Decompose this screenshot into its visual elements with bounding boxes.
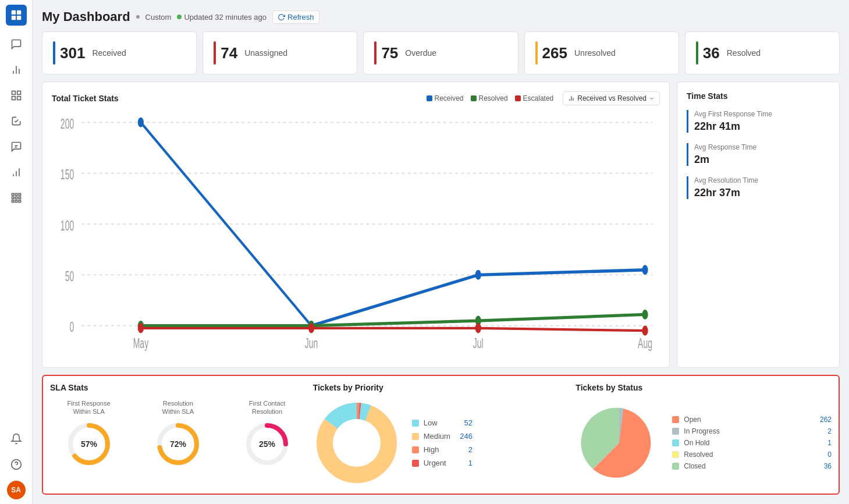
status-content: Open 262 In Progress 2 On Hold 1 (576, 399, 832, 487)
sidebar-item-reports[interactable] (5, 161, 28, 184)
last-updated: Updated 32 minutes ago (177, 13, 267, 22)
sidebar-item-notifications[interactable] (5, 427, 28, 450)
gauge-svg-1: 57% (66, 421, 112, 467)
refresh-button[interactable]: Refresh (272, 10, 319, 24)
svg-rect-0 (11, 10, 15, 15)
stat-received[interactable]: 301 Received (42, 31, 197, 74)
legend-escalated: Escalated (515, 94, 554, 102)
legend-color-received (427, 95, 432, 101)
legend-label-escalated: Escalated (523, 94, 554, 102)
status-resolved: Resolved 0 (672, 450, 832, 459)
main-content: My Dashboard Custom Updated 32 minutes a… (33, 0, 849, 504)
svg-text:25%: 25% (259, 439, 276, 449)
stat-label-overdue: Overdue (405, 48, 436, 58)
legend-color-resolved (471, 95, 477, 101)
sidebar-item-chat[interactable] (5, 33, 28, 56)
svg-point-54 (475, 323, 481, 333)
chart-title: Total Ticket Stats (52, 94, 119, 103)
status-card: Tickets by Status Open (576, 383, 832, 487)
priority-color-medium (412, 433, 419, 440)
sidebar: SA (0, 0, 33, 504)
online-indicator (177, 15, 182, 19)
svg-rect-20 (15, 197, 17, 198)
priority-medium: Medium 246 (412, 432, 473, 441)
sla-title: SLA Stats (50, 383, 306, 392)
chart-dropdown[interactable]: Received vs Resolved (563, 91, 660, 105)
stat-border (374, 41, 376, 65)
stat-border (214, 41, 216, 65)
svg-rect-17 (15, 194, 17, 196)
priority-count-high: 2 (455, 445, 473, 454)
time-stats-card: Time Stats Avg First Response Time 22hr … (677, 81, 840, 368)
sidebar-item-dashboard[interactable] (5, 84, 28, 107)
svg-rect-8 (17, 91, 20, 95)
status-count-inprogress: 2 (820, 427, 832, 435)
status-color-open (672, 416, 679, 423)
avg-first-response-label: Avg First Response Time (694, 110, 830, 118)
app-logo[interactable] (6, 5, 27, 26)
svg-rect-23 (15, 200, 17, 202)
priority-count-medium: 246 (455, 432, 473, 441)
stat-unresolved[interactable]: 265 Unresolved (524, 31, 679, 74)
sla-gauge-resolution: ResolutionWithin SLA 72% (155, 399, 201, 467)
svg-rect-18 (19, 194, 20, 196)
status-name-closed: Closed (684, 462, 815, 470)
status-count-closed: 36 (820, 462, 832, 470)
stat-overdue[interactable]: 75 Overdue (363, 31, 518, 74)
sidebar-item-grid[interactable] (5, 186, 28, 210)
priority-low: Low 52 (412, 418, 473, 427)
svg-point-52 (138, 323, 144, 333)
time-stats-title: Time Stats (687, 91, 830, 101)
sla-stats-card: SLA Stats First ResponseWithin SLA 57% R… (50, 383, 306, 487)
priority-count-low: 52 (455, 418, 473, 427)
stat-border (53, 41, 55, 65)
status-name-open: Open (684, 416, 815, 424)
svg-rect-2 (11, 16, 15, 20)
sidebar-item-messages[interactable] (5, 135, 28, 158)
svg-text:100: 100 (61, 218, 74, 233)
svg-rect-3 (16, 16, 20, 20)
svg-rect-10 (17, 97, 20, 100)
priority-count-urgent: 1 (455, 459, 473, 467)
svg-text:50: 50 (65, 269, 74, 283)
status-color-resolved (672, 451, 679, 458)
svg-text:0: 0 (69, 320, 74, 335)
stat-number-unassigned: 74 (221, 44, 237, 62)
status-color-onhold (672, 439, 679, 446)
stat-unassigned[interactable]: 74 Unassigned (203, 31, 357, 74)
stat-number-overdue: 75 (381, 44, 398, 62)
svg-rect-24 (19, 200, 20, 202)
priority-card: Tickets by Priority Lo (313, 383, 569, 487)
svg-point-47 (642, 265, 648, 275)
stat-label-unresolved: Unresolved (574, 48, 616, 58)
stats-row: 301 Received 74 Unassigned 75 Overdue 26… (42, 31, 840, 74)
priority-urgent: Urgent 1 (412, 459, 473, 467)
stat-resolved[interactable]: 36 Resolved (685, 31, 840, 74)
stat-border (535, 41, 538, 65)
sla-gauge-label-2: ResolutionWithin SLA (162, 399, 194, 416)
sla-gauge-label-3: First ContactResolution (249, 399, 285, 416)
sidebar-item-help[interactable] (5, 453, 28, 476)
svg-text:Jul: Jul (473, 336, 484, 350)
avg-response-value: 2m (694, 154, 830, 166)
svg-text:Jun: Jun (305, 336, 318, 350)
ticket-stats-chart: Total Ticket Stats Received Resolved (42, 81, 670, 368)
bottom-row: SLA Stats First ResponseWithin SLA 57% R… (42, 375, 840, 495)
status-name-inprogress: In Progress (684, 427, 815, 435)
dropdown-label: Received vs Resolved (577, 94, 646, 102)
svg-rect-21 (19, 197, 20, 198)
sidebar-item-stats[interactable] (5, 58, 28, 81)
dashboard-mode: Custom (145, 13, 172, 22)
priority-high: High 2 (412, 445, 473, 454)
gauge-svg-2: 72% (155, 421, 201, 467)
stat-label-unassigned: Unassigned (244, 48, 287, 58)
svg-point-46 (475, 270, 481, 280)
sidebar-item-tickets[interactable] (5, 109, 28, 133)
priority-color-urgent (412, 460, 419, 467)
status-count-open: 262 (820, 416, 832, 424)
svg-text:200: 200 (61, 116, 74, 131)
sla-gauge-first-response: First ResponseWithin SLA 57% (66, 399, 112, 467)
status-open: Open 262 (672, 416, 832, 424)
user-avatar[interactable]: SA (7, 481, 26, 499)
avg-first-response-value: 22hr 41m (694, 120, 830, 133)
